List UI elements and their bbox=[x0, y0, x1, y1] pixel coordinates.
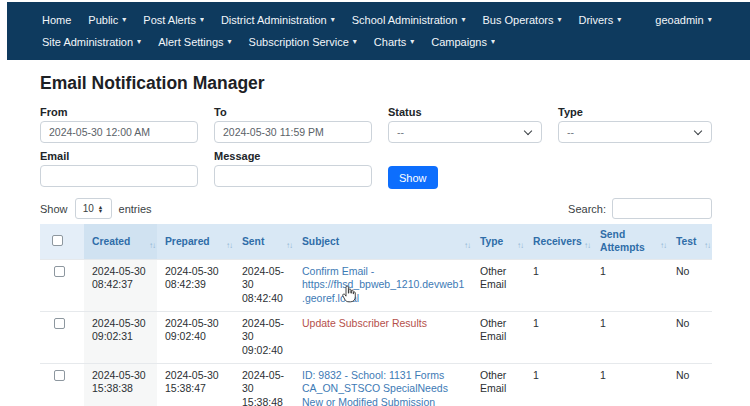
column-header-label: Receivers bbox=[533, 236, 582, 247]
filter-row-1: From To Status -- Type -- bbox=[40, 106, 712, 143]
navbar: HomePublic▾Post Alerts▾District Administ… bbox=[7, 2, 750, 60]
select-all-checkbox[interactable] bbox=[52, 235, 63, 246]
test-cell: No bbox=[668, 259, 712, 311]
row-checkbox[interactable] bbox=[54, 318, 65, 329]
column-header-created[interactable]: Created↑↓ bbox=[84, 224, 157, 259]
nav-item-public[interactable]: Public▾ bbox=[88, 14, 126, 26]
prepared-cell: 2024-05-30 09:02:40 bbox=[157, 311, 234, 363]
type-field: Type -- bbox=[558, 106, 712, 143]
receivers-cell: 1 bbox=[525, 259, 592, 311]
column-header-label: Subject bbox=[302, 236, 339, 247]
chevron-down-icon: ▾ bbox=[491, 38, 495, 46]
message-field: Message bbox=[214, 150, 372, 187]
nav-item-label: Alert Settings bbox=[158, 36, 223, 48]
column-header-send-attempts[interactable]: Send Attempts↑↓ bbox=[592, 224, 668, 259]
sent-cell: 2024-05-30 15:38:48 bbox=[234, 363, 294, 406]
column-header-sent[interactable]: Sent↑↓ bbox=[234, 224, 294, 259]
chevron-down-icon bbox=[524, 126, 532, 134]
subject-link[interactable]: Confirm Email - https://fhsd_bpweb_1210.… bbox=[302, 265, 464, 304]
status-field: Status -- bbox=[388, 106, 542, 143]
nav-item-district-administration[interactable]: District Administration▾ bbox=[221, 14, 335, 26]
search-input[interactable] bbox=[612, 198, 712, 219]
type-selected-value: -- bbox=[567, 126, 574, 138]
test-cell: No bbox=[668, 363, 712, 406]
table-header-row: Created↑↓Prepared↑↓Sent↑↓Subject↑↓Type↑↓… bbox=[40, 224, 712, 259]
row-select-cell bbox=[40, 363, 84, 406]
column-header-label: Sent bbox=[242, 236, 264, 247]
status-select[interactable]: -- bbox=[388, 121, 542, 143]
navbar-row-1: HomePublic▾Post Alerts▾District Administ… bbox=[42, 9, 685, 31]
row-checkbox[interactable] bbox=[54, 266, 65, 277]
row-checkbox[interactable] bbox=[54, 370, 65, 381]
filter-row-2: Email Message Show bbox=[40, 150, 712, 189]
chevron-down-icon: ▾ bbox=[228, 38, 232, 46]
nav-item-label: Bus Operators bbox=[483, 14, 554, 26]
nav-item-site-administration[interactable]: Site Administration▾ bbox=[42, 36, 141, 48]
nav-item-drivers[interactable]: Drivers▾ bbox=[578, 14, 621, 26]
nav-item-post-alerts[interactable]: Post Alerts▾ bbox=[143, 14, 204, 26]
nav-item-label: Post Alerts bbox=[143, 14, 196, 26]
status-selected-value: -- bbox=[397, 126, 404, 138]
column-header-prepared[interactable]: Prepared↑↓ bbox=[157, 224, 234, 259]
to-label: To bbox=[214, 106, 372, 118]
created-cell: 2024-05-30 09:02:31 bbox=[84, 311, 157, 363]
table-row: 2024-05-30 15:38:382024-05-30 15:38:4720… bbox=[40, 363, 712, 406]
type-cell: Other Email bbox=[472, 363, 525, 406]
chevron-down-icon: ▾ bbox=[353, 38, 357, 46]
nav-item-label: Subscription Service bbox=[249, 36, 349, 48]
column-header-type[interactable]: Type↑↓ bbox=[472, 224, 525, 259]
search-control: Search: bbox=[568, 198, 712, 219]
nav-item-label: Site Administration bbox=[42, 36, 133, 48]
sort-arrows-icon: ↑↓ bbox=[286, 241, 292, 251]
show-button[interactable]: Show bbox=[388, 166, 438, 189]
main-content: Email Notification Manager From To Statu… bbox=[0, 60, 750, 406]
nav-item-label: District Administration bbox=[221, 14, 327, 26]
subject-cell: Update Subscriber Results bbox=[294, 311, 472, 363]
column-header-subject[interactable]: Subject↑↓ bbox=[294, 224, 472, 259]
chevron-down-icon: ▾ bbox=[410, 38, 414, 46]
sent-cell: 2024-05-30 08:42:40 bbox=[234, 259, 294, 311]
spinner-arrows-icon: ▲▼ bbox=[98, 205, 103, 213]
page-size-value: 10 bbox=[83, 203, 94, 214]
page-size-control: Show 10 ▲▼ entries bbox=[40, 198, 152, 219]
page-size-select[interactable]: 10 ▲▼ bbox=[75, 198, 112, 219]
type-label: Type bbox=[558, 106, 712, 118]
from-field: From bbox=[40, 106, 198, 143]
send-attempts-cell: 1 bbox=[592, 259, 668, 311]
email-label: Email bbox=[40, 150, 198, 162]
type-cell: Other Email bbox=[472, 259, 525, 311]
chevron-down-icon: ▾ bbox=[331, 16, 335, 24]
message-input[interactable] bbox=[214, 165, 372, 187]
from-input[interactable] bbox=[40, 121, 198, 143]
nav-item-bus-operators[interactable]: Bus Operators▾ bbox=[483, 14, 562, 26]
created-cell: 2024-05-30 15:38:38 bbox=[84, 363, 157, 406]
chevron-down-icon: ▾ bbox=[557, 16, 561, 24]
table-row: 2024-05-30 08:42:372024-05-30 08:42:3920… bbox=[40, 259, 712, 311]
nav-item-label: Charts bbox=[374, 36, 406, 48]
type-cell: Other Email bbox=[472, 311, 525, 363]
nav-item-home[interactable]: Home bbox=[42, 14, 71, 26]
nav-item-label: Public bbox=[88, 14, 118, 26]
column-header-receivers[interactable]: Receivers↑↓ bbox=[525, 224, 592, 259]
chevron-down-icon: ▾ bbox=[461, 16, 465, 24]
email-input[interactable] bbox=[40, 165, 198, 187]
nav-item-charts[interactable]: Charts▾ bbox=[374, 36, 414, 48]
sort-arrows-icon: ↑↓ bbox=[584, 241, 590, 251]
type-select[interactable]: -- bbox=[558, 121, 712, 143]
column-header-test[interactable]: Test↑↓ bbox=[668, 224, 712, 259]
from-label: From bbox=[40, 106, 198, 118]
nav-item-alert-settings[interactable]: Alert Settings▾ bbox=[158, 36, 231, 48]
nav-item-campaigns[interactable]: Campaigns▾ bbox=[431, 36, 495, 48]
nav-item-school-administration[interactable]: School Administration▾ bbox=[352, 14, 466, 26]
notifications-table: Created↑↓Prepared↑↓Sent↑↓Subject↑↓Type↑↓… bbox=[40, 224, 712, 406]
column-header-label: Type bbox=[480, 236, 503, 247]
nav-item-user-menu[interactable]: geoadmin ▾ bbox=[655, 14, 711, 26]
sort-arrows-icon: ↑↓ bbox=[660, 241, 666, 251]
subject-link[interactable]: Update Subscriber Results bbox=[302, 317, 427, 329]
subject-link[interactable]: ID: 9832 - School: 1131 Forms CA_ON_STSC… bbox=[302, 369, 448, 406]
to-input[interactable] bbox=[214, 121, 372, 143]
nav-item-label: Home bbox=[42, 14, 71, 26]
nav-item-label: Drivers bbox=[578, 14, 613, 26]
nav-item-subscription-service[interactable]: Subscription Service▾ bbox=[249, 36, 357, 48]
sent-cell: 2024-05-30 09:02:40 bbox=[234, 311, 294, 363]
